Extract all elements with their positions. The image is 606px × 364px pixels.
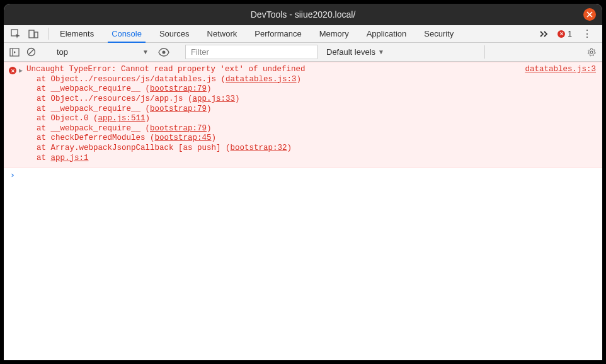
stack-frame: at app.js:1 [26,154,597,164]
stack-frame: at __webpack_require__ (bootstrap:79) [26,124,597,134]
live-expression-button[interactable] [158,47,169,58]
execution-context-select[interactable]: top ▼ [52,45,153,59]
svg-point-5 [163,50,166,54]
tab-security[interactable]: Security [415,25,462,42]
stack-frame: at Object.0 (app.js:511) [26,114,597,124]
window-close-button[interactable] [583,8,596,21]
stack-frame: at Object../resources/js/app.js (app.js:… [26,94,597,105]
clear-icon [26,47,36,57]
tab-console[interactable]: Console [103,25,151,42]
stack-source-link[interactable]: app.js:511 [98,114,146,123]
stack-source-link[interactable]: bootstrap:32 [231,144,287,152]
svg-rect-2 [35,32,38,38]
filter-input[interactable] [185,45,317,59]
chevron-double-right-icon [539,30,549,38]
titlebar: DevTools - siiue2020.local/ [4,4,602,25]
panel-tabs-bar: Elements Console Sources Network Perform… [4,25,602,43]
panel-tabs: Elements Console Sources Network Perform… [51,25,462,42]
console-error-entry: ▶ datatables.js:3 Uncaught TypeError: Ca… [4,62,602,168]
stack-frame: at __webpack_require__ (bootstrap:79) [26,105,597,115]
tab-performance[interactable]: Performance [246,25,310,42]
prompt-chevron-icon: › [10,170,15,179]
dropdown-icon: ▼ [142,48,149,55]
tab-network[interactable]: Network [198,25,246,42]
inspect-icon [11,29,21,39]
console-settings-button[interactable] [586,47,597,58]
toggle-sidebar-button[interactable] [9,47,20,58]
devtools-window: DevTools - siiue2020.local/ Elements [4,4,602,360]
svg-rect-1 [29,30,34,38]
gear-icon [587,47,596,57]
clear-console-button[interactable] [25,47,37,58]
error-message: Uncaught TypeError: Cannot read property… [26,65,597,75]
console-toolbar: top ▼ Default levels ▼ [4,43,602,62]
stack-source-link[interactable]: datatables.js:3 [226,75,297,84]
console-output: ▶ datatables.js:3 Uncaught TypeError: Ca… [4,62,602,360]
svg-point-6 [590,51,593,54]
eye-icon [158,48,169,57]
sidebar-icon [9,48,20,57]
stack-source-link[interactable]: app.js:33 [193,94,236,103]
stack-frame: at Array.webpackJsonpCallback [as push] … [26,144,597,154]
stack-frame: at Object../resources/js/datatables.js (… [26,75,597,85]
error-stack: at Object../resources/js/datatables.js (… [26,75,597,164]
console-prompt[interactable]: › [4,168,602,182]
stack-source-link[interactable]: bootstrap:79 [150,84,207,93]
kebab-icon: ⋮ [582,28,592,39]
stack-source-link[interactable]: app.js:1 [51,154,89,162]
tab-memory[interactable]: Memory [311,25,358,42]
close-icon [586,11,593,18]
error-icon [557,30,565,38]
error-count-badge[interactable]: 1 [557,30,572,38]
device-icon [28,29,38,39]
stack-source-link[interactable]: bootstrap:79 [150,124,207,133]
separator [484,45,485,59]
more-tabs-button[interactable] [539,28,550,40]
stack-frame: at __webpack_require__ (bootstrap:79) [26,84,597,94]
settings-menu-button[interactable]: ⋮ [580,28,595,40]
stack-source-link[interactable]: bootstrap:79 [150,105,207,113]
tab-application[interactable]: Application [358,25,416,42]
window-title: DevTools - siiue2020.local/ [251,9,356,20]
stack-source-link[interactable]: bootstrap:45 [155,134,212,142]
tab-elements[interactable]: Elements [51,25,103,42]
error-icon [9,67,16,74]
log-levels-select[interactable]: Default levels ▼ [323,46,388,58]
dropdown-icon: ▼ [378,48,384,55]
separator [48,28,49,40]
inspect-element-button[interactable] [10,28,21,40]
expand-toggle[interactable]: ▶ [19,66,23,74]
tab-sources[interactable]: Sources [151,25,198,42]
error-source-link[interactable]: datatables.js:3 [525,65,596,75]
device-toolbar-button[interactable] [28,28,39,40]
stack-frame: at checkDeferredModules (bootstrap:45) [26,134,597,144]
